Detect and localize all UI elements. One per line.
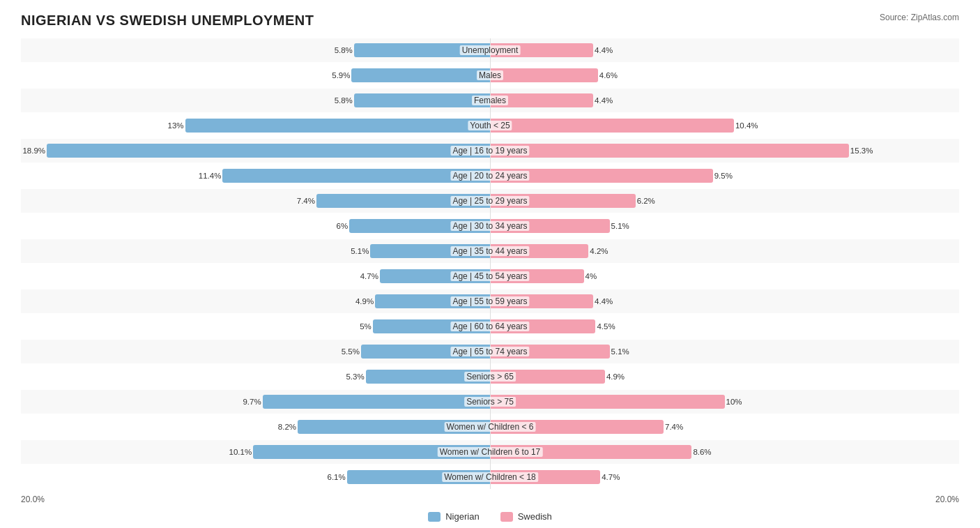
left-value: 4.7% [360, 272, 378, 280]
left-value: 13% [168, 121, 184, 130]
left-value: 6% [336, 222, 348, 230]
center-label: Age | 60 to 64 years [450, 322, 529, 331]
right-value: 4.4% [595, 46, 613, 54]
axis-left-label: 20.0% [21, 495, 45, 504]
center-label: Age | 20 to 24 years [450, 171, 529, 181]
right-value: 15.3% [850, 146, 873, 155]
left-value: 5.3% [346, 372, 364, 381]
legend: Nigerian Swedish [21, 511, 959, 522]
chart-header: NIGERIAN VS SWEDISH UNEMPLOYMENT Source:… [21, 13, 959, 29]
center-label: Unemployment [460, 45, 521, 55]
right-value: 9.5% [714, 172, 733, 180]
right-value: 5.1% [611, 222, 629, 230]
center-label: Women w/ Children < 6 [445, 422, 536, 432]
right-value: 4.2% [590, 247, 608, 255]
right-bar [490, 119, 734, 133]
right-value: 7.4% [665, 423, 683, 431]
right-value: 4.6% [599, 71, 618, 80]
right-value: 4.7% [602, 473, 620, 481]
left-value: 4.9% [355, 297, 374, 306]
left-value: 18.9% [22, 146, 45, 155]
left-value: 6.1% [328, 473, 346, 481]
center-label: Age | 45 to 54 years [450, 271, 529, 281]
left-bar [47, 144, 490, 158]
left-value: 5.8% [335, 46, 353, 54]
left-bar [185, 119, 490, 133]
right-value: 4.9% [606, 372, 625, 381]
center-label: Age | 35 to 44 years [450, 246, 529, 256]
right-bar [490, 144, 849, 158]
right-value: 5.1% [611, 347, 629, 356]
center-label: Age | 30 to 34 years [450, 221, 529, 231]
right-value: 4% [585, 272, 597, 280]
center-label: Age | 16 to 19 years [450, 146, 529, 156]
nigerian-swatch [428, 512, 441, 522]
chart-container: NIGERIAN VS SWEDISH UNEMPLOYMENT Source:… [0, 0, 980, 528]
center-label: Women w/ Children < 18 [442, 472, 538, 482]
center-label: Males [477, 70, 503, 80]
left-value: 8.2% [278, 423, 296, 431]
nigerian-label: Nigerian [445, 511, 479, 522]
chart-source: Source: ZipAtlas.com [880, 13, 959, 22]
center-label: Youth < 25 [468, 121, 512, 130]
left-value: 5.1% [351, 247, 369, 255]
left-value: 11.4% [199, 172, 222, 180]
left-value: 7.4% [297, 197, 315, 205]
chart-title: NIGERIAN VS SWEDISH UNEMPLOYMENT [21, 13, 314, 29]
center-label: Seniors > 65 [464, 372, 516, 382]
center-label: Age | 25 to 29 years [450, 196, 529, 206]
left-value: 9.7% [243, 398, 261, 406]
left-bar [354, 93, 490, 107]
chart-rows: 5.8%4.4%Unemployment5.9%4.6%Males5.8%4.4… [21, 38, 959, 489]
legend-nigerian: Nigerian [428, 511, 479, 522]
legend-swedish: Swedish [500, 511, 552, 522]
center-label: Seniors > 75 [464, 397, 516, 407]
right-bar [490, 68, 598, 82]
left-value: 5.5% [342, 347, 360, 356]
center-label: Age | 65 to 74 years [450, 347, 529, 356]
center-label: Age | 55 to 59 years [450, 296, 529, 306]
right-value: 10% [726, 398, 742, 406]
left-bar [263, 395, 490, 409]
right-value: 8.6% [693, 448, 711, 456]
center-label: Females [472, 96, 508, 105]
bottom-axis: 20.0% 20.0% [21, 495, 959, 504]
right-value: 4.4% [595, 297, 613, 306]
axis-right-label: 20.0% [935, 495, 959, 504]
left-value: 5.8% [335, 96, 353, 105]
center-label: Women w/ Children 6 to 17 [438, 447, 543, 457]
right-value: 4.5% [597, 322, 615, 331]
right-value: 6.2% [637, 197, 655, 205]
right-bar [490, 395, 725, 409]
right-value: 10.4% [735, 121, 758, 130]
right-value: 4.4% [595, 96, 613, 105]
left-bar [351, 68, 490, 82]
swedish-swatch [500, 512, 513, 522]
left-value: 5% [360, 322, 372, 331]
swedish-label: Swedish [518, 511, 552, 522]
left-value: 10.1% [229, 448, 252, 456]
left-value: 5.9% [332, 71, 350, 80]
